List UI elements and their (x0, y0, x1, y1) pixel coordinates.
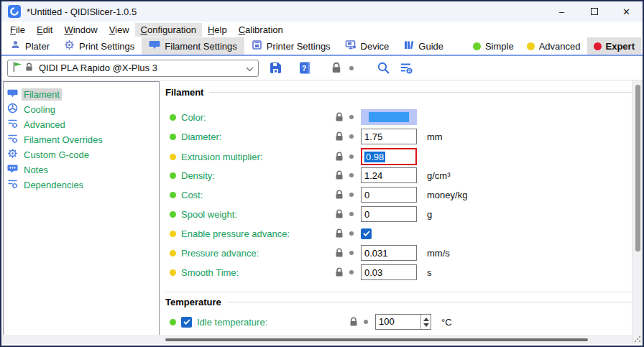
horizontal-scrollbar[interactable] (1, 335, 632, 344)
menu-help[interactable]: Help (202, 23, 233, 37)
preset-toolbar: QIDI PLA Rapido @X-Plus 3 ? (1, 56, 643, 80)
plater-icon (10, 40, 21, 52)
search-button[interactable] (377, 61, 390, 75)
spin-down-icon[interactable] (423, 323, 429, 327)
extrusion-multiplier-input[interactable]: 0.98 (361, 148, 417, 165)
sidebar-item-custom-gcode[interactable]: Custom G-code (4, 147, 159, 162)
menu-calibration[interactable]: Calibration (233, 23, 289, 37)
vertical-scrollbar-thumb[interactable] (635, 85, 640, 251)
diameter-input[interactable] (361, 129, 417, 144)
notes-bubble-icon (7, 164, 18, 176)
field-label: Spool weight: (181, 209, 237, 220)
tab-label: Plater (25, 41, 50, 52)
sidebar-item-notes[interactable]: Notes (4, 162, 159, 177)
menu-configuration[interactable]: Configuration (135, 23, 202, 37)
section-header-temperature: Temperature (165, 297, 632, 307)
preset-name: QIDI PLA Rapido @X-Plus 3 (39, 63, 243, 73)
sidebar-item-dependencies[interactable]: Dependencies (4, 177, 159, 192)
menu-view[interactable]: View (104, 23, 135, 37)
cost-input[interactable] (361, 187, 417, 203)
sidebar-item-cooling[interactable]: Cooling (4, 102, 159, 116)
tab-printer-settings[interactable]: Printer Settings (244, 37, 338, 55)
field-label: Smooth Time: (181, 267, 239, 278)
chevron-down-icon (246, 62, 254, 75)
advanced-mode-dot-icon (527, 42, 535, 50)
preset-combobox[interactable]: QIDI PLA Rapido @X-Plus 3 (7, 60, 259, 77)
tab-print-settings[interactable]: Print Settings (57, 37, 142, 55)
lock-icon[interactable] (335, 267, 349, 277)
lock-icon[interactable] (335, 152, 349, 162)
tab-plater[interactable]: Plater (3, 37, 57, 55)
sidebar-item-filament[interactable]: Filament (4, 87, 159, 101)
tab-device[interactable]: Device (338, 37, 397, 55)
vertical-scrollbar[interactable] (632, 80, 643, 344)
unit-label: mm/s (427, 248, 632, 259)
field-label: Color: (181, 112, 206, 123)
menu-edit[interactable]: Edit (31, 23, 58, 37)
value-state-dot-icon (170, 172, 176, 179)
mode-simple[interactable]: Simple (466, 37, 520, 55)
group-divider (165, 292, 632, 292)
pressure-advance-input[interactable] (361, 245, 417, 261)
lock-icon[interactable] (335, 248, 349, 258)
lock-icon[interactable] (335, 209, 349, 219)
spool-weight-input[interactable] (361, 206, 417, 222)
idle-temperature-input[interactable]: 100 (375, 314, 431, 330)
lock-preset-button[interactable] (331, 62, 341, 74)
help-button[interactable]: ? (298, 61, 311, 75)
menu-file[interactable]: File (4, 23, 31, 37)
printer-icon (252, 40, 262, 52)
sliders-gear-icon (7, 118, 18, 131)
field-label: Pressure advance: (181, 248, 259, 259)
density-input[interactable] (361, 167, 417, 183)
row-cost: Cost: money/kg (165, 187, 632, 203)
spin-value: 100 (376, 315, 420, 329)
sliders-gear-icon (7, 178, 18, 191)
field-label: Enable pressure advance: (181, 228, 290, 239)
color-swatch-value (369, 112, 409, 122)
revert-dot-icon (364, 320, 368, 324)
lock-icon[interactable] (335, 170, 349, 180)
unit-label: s (427, 267, 632, 278)
tab-filament-settings[interactable]: Filament Settings (142, 37, 244, 55)
enable-pressure-advance-checkbox[interactable] (361, 228, 372, 239)
revert-dot-icon (349, 134, 354, 139)
sidebar-item-label: Advanced (22, 119, 68, 131)
smooth-time-input[interactable] (361, 264, 417, 280)
minimize-button[interactable]: – (546, 1, 578, 22)
mode-label: Simple (485, 41, 514, 52)
sidebar-item-filament-overrides[interactable]: Filament Overrides (4, 132, 159, 147)
mode-label: Expert (606, 41, 635, 52)
close-button[interactable]: ✕ (610, 1, 643, 22)
lock-icon[interactable] (335, 131, 349, 142)
color-swatch-button[interactable] (361, 109, 417, 125)
horizontal-scrollbar-thumb[interactable] (165, 338, 588, 341)
field-label: Extrusion multiplier: (181, 152, 262, 162)
gear-icon (7, 148, 18, 161)
idle-temperature-checkbox[interactable] (181, 317, 192, 328)
fan-icon (7, 103, 18, 116)
close-icon: ✕ (622, 6, 630, 17)
lock-icon[interactable] (335, 112, 349, 122)
filament-bubble-icon (7, 88, 18, 101)
save-preset-button[interactable] (269, 61, 282, 75)
lock-icon[interactable] (335, 228, 349, 239)
resize-grip[interactable] (634, 336, 641, 343)
lock-icon[interactable] (335, 190, 349, 200)
tab-bar: Plater Print Settings Filament Settings … (1, 37, 643, 56)
revert-dot-icon (349, 231, 354, 236)
expert-mode-dot-icon (594, 42, 602, 50)
tab-guide[interactable]: Guide (396, 37, 451, 55)
menu-window[interactable]: Window (58, 23, 103, 37)
mode-advanced[interactable]: Advanced (520, 37, 587, 55)
unit-label: °C (441, 317, 632, 328)
value-state-dot-icon (170, 134, 176, 140)
compare-settings-button[interactable] (400, 62, 413, 74)
spinner-control[interactable] (420, 315, 431, 329)
mode-expert[interactable]: Expert (587, 37, 641, 55)
lock-icon[interactable] (349, 317, 364, 327)
spin-up-icon[interactable] (423, 318, 429, 321)
window-title: *Untitled - QIDISlicer-1.0.5 (27, 6, 137, 17)
sidebar-item-advanced[interactable]: Advanced (4, 117, 159, 131)
maximize-button[interactable] (578, 1, 610, 22)
